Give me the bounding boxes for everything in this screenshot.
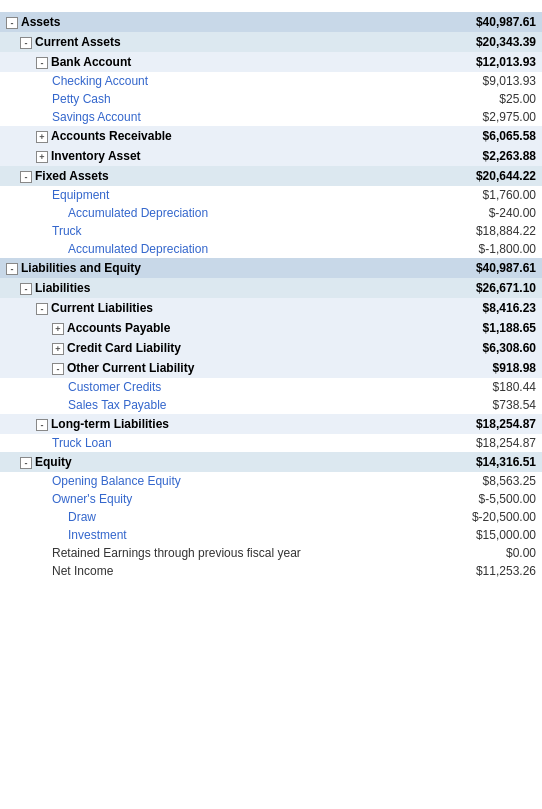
toggle-icon[interactable]: - [6,17,18,29]
toggle-icon[interactable]: - [36,419,48,431]
account-link[interactable]: Customer Credits [68,380,161,394]
row-amount: $-240.00 [407,204,543,222]
table-row: -Other Current Liability$918.98 [0,358,542,378]
account-link[interactable]: Petty Cash [52,92,111,106]
table-row: +Accounts Payable$1,188.65 [0,318,542,338]
table-row: -Long-term Liabilities$18,254.87 [0,414,542,434]
table-row: -Liabilities$26,671.10 [0,278,542,298]
account-link[interactable]: Owner's Equity [52,492,132,506]
row-label: Investment [0,526,407,544]
table-row: Retained Earnings through previous fisca… [0,544,542,562]
account-link[interactable]: Accumulated Depreciation [68,206,208,220]
row-amount: $738.54 [407,396,543,414]
row-label: -Current Assets [0,32,407,52]
row-amount: $15,000.00 [407,526,543,544]
row-amount: $12,013.93 [407,52,543,72]
table-row: Equipment$1,760.00 [0,186,542,204]
row-label: Draw [0,508,407,526]
table-row: -Current Assets$20,343.39 [0,32,542,52]
toggle-icon[interactable]: - [20,171,32,183]
toggle-icon[interactable]: + [52,343,64,355]
row-label: Net Income [0,562,407,580]
row-label: -Assets [0,12,407,32]
row-label: +Credit Card Liability [0,338,407,358]
account-link[interactable]: Truck [52,224,82,238]
row-amount: $918.98 [407,358,543,378]
table-row: Petty Cash$25.00 [0,90,542,108]
account-link[interactable]: Investment [68,528,127,542]
row-amount: $9,013.93 [407,72,543,90]
row-label: -Equity [0,452,407,472]
row-amount: $1,188.65 [407,318,543,338]
table-row: Customer Credits$180.44 [0,378,542,396]
row-label: Owner's Equity [0,490,407,508]
row-amount: $8,416.23 [407,298,543,318]
row-label: Savings Account [0,108,407,126]
row-label: Opening Balance Equity [0,472,407,490]
toggle-icon[interactable]: - [20,283,32,295]
table-row: Checking Account$9,013.93 [0,72,542,90]
account-link[interactable]: Accumulated Depreciation [68,242,208,256]
toggle-icon[interactable]: - [20,457,32,469]
row-label: -Liabilities [0,278,407,298]
row-amount: $2,975.00 [407,108,543,126]
row-amount: $1,760.00 [407,186,543,204]
account-link[interactable]: Truck Loan [52,436,112,450]
table-row: Opening Balance Equity$8,563.25 [0,472,542,490]
row-amount: $11,253.26 [407,562,543,580]
row-amount: $18,254.87 [407,434,543,452]
table-row: -Liabilities and Equity$40,987.61 [0,258,542,278]
toggle-icon[interactable]: - [20,37,32,49]
account-link[interactable]: Equipment [52,188,109,202]
row-label: Sales Tax Payable [0,396,407,414]
row-amount: $8,563.25 [407,472,543,490]
toggle-icon[interactable]: + [52,323,64,335]
table-row: Net Income$11,253.26 [0,562,542,580]
toggle-icon[interactable]: + [36,151,48,163]
row-amount: $0.00 [407,544,543,562]
table-row: Accumulated Depreciation$-240.00 [0,204,542,222]
row-label: Customer Credits [0,378,407,396]
row-amount: $-5,500.00 [407,490,543,508]
account-link[interactable]: Draw [68,510,96,524]
account-link[interactable]: Opening Balance Equity [52,474,181,488]
row-amount: $14,316.51 [407,452,543,472]
row-amount: $2,263.88 [407,146,543,166]
table-row: +Inventory Asset$2,263.88 [0,146,542,166]
table-row: Investment$15,000.00 [0,526,542,544]
table-row: +Credit Card Liability$6,308.60 [0,338,542,358]
row-amount: $20,644.22 [407,166,543,186]
toggle-icon[interactable]: - [6,263,18,275]
row-amount: $20,343.39 [407,32,543,52]
table-row: -Bank Account$12,013.93 [0,52,542,72]
row-label: -Fixed Assets [0,166,407,186]
row-amount: $26,671.10 [407,278,543,298]
row-label: +Inventory Asset [0,146,407,166]
row-label: -Long-term Liabilities [0,414,407,434]
row-label: Truck [0,222,407,240]
row-amount: $18,884.22 [407,222,543,240]
toggle-icon[interactable]: - [52,363,64,375]
account-link[interactable]: Sales Tax Payable [68,398,167,412]
row-label: Truck Loan [0,434,407,452]
table-row: -Equity$14,316.51 [0,452,542,472]
table-row: Savings Account$2,975.00 [0,108,542,126]
toggle-icon[interactable]: + [36,131,48,143]
row-label: -Other Current Liability [0,358,407,378]
report-header [0,0,542,12]
row-label: -Liabilities and Equity [0,258,407,278]
row-label: -Bank Account [0,52,407,72]
toggle-icon[interactable]: - [36,57,48,69]
table-row: Accumulated Depreciation$-1,800.00 [0,240,542,258]
row-amount: $180.44 [407,378,543,396]
toggle-icon[interactable]: - [36,303,48,315]
row-label: Equipment [0,186,407,204]
account-link[interactable]: Savings Account [52,110,141,124]
row-label: Checking Account [0,72,407,90]
table-row: Truck Loan$18,254.87 [0,434,542,452]
row-amount: $40,987.61 [407,258,543,278]
table-row: Truck$18,884.22 [0,222,542,240]
table-row: Owner's Equity$-5,500.00 [0,490,542,508]
account-link[interactable]: Checking Account [52,74,148,88]
table-row: -Assets$40,987.61 [0,12,542,32]
